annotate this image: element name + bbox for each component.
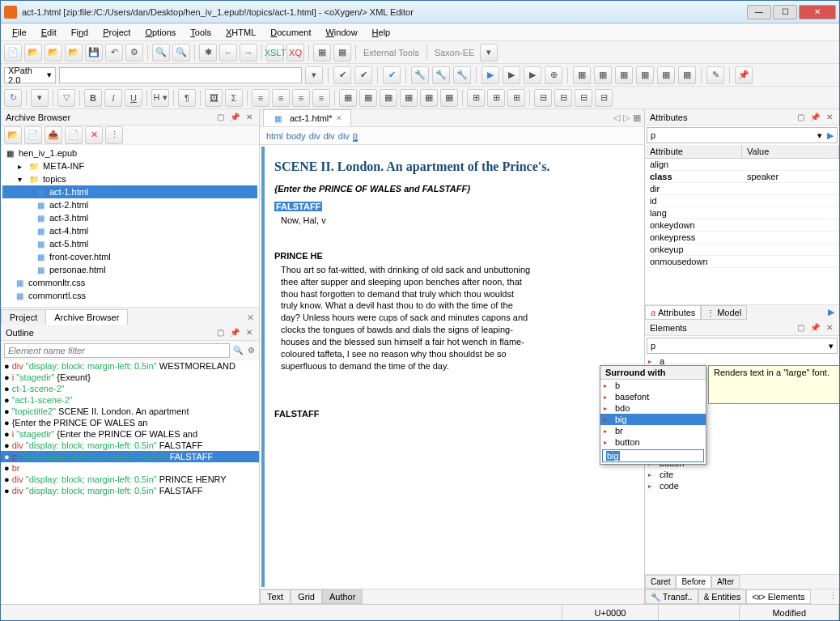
grid6-button[interactable]: ▦ xyxy=(678,66,696,84)
menu-tools[interactable]: Tools xyxy=(184,26,218,39)
crumb-body[interactable]: body xyxy=(286,131,306,141)
pin-button[interactable]: 📌 xyxy=(735,66,753,84)
elements-combo[interactable]: p▾ xyxy=(647,338,838,354)
outline-row[interactable]: ● div "display: block; margin-left: 0.5i… xyxy=(1,485,259,496)
outline-row[interactable]: ● i "stagedir" {Exeunt} xyxy=(1,372,259,383)
archive-browser-tab[interactable]: Archive Browser xyxy=(45,309,128,325)
row-button[interactable]: ▦ xyxy=(359,89,377,107)
tree-file[interactable]: ▦act-5.html xyxy=(2,237,257,250)
crumb-div2[interactable]: div xyxy=(324,131,335,141)
mark-button[interactable]: ✱ xyxy=(199,44,217,62)
doccheck-button[interactable]: ✔ xyxy=(354,66,372,84)
popup-item-button[interactable]: button xyxy=(600,436,706,448)
ul-button[interactable]: ≡ xyxy=(272,89,290,107)
tree-metainf[interactable]: ▸📁META-INF xyxy=(2,160,257,172)
popup-item-basefont[interactable]: basefont xyxy=(600,391,706,402)
element-item[interactable]: cite xyxy=(645,469,839,480)
entities-tab[interactable]: & Entities xyxy=(698,589,747,604)
archive-open-button[interactable]: 📂 xyxy=(4,126,22,144)
tree-file[interactable]: ▦act-1.html xyxy=(2,185,257,198)
tree-file[interactable]: ▦front-cover.html xyxy=(2,250,257,263)
li-button[interactable]: ≡ xyxy=(292,89,310,107)
editor-tab-close-icon[interactable]: ✕ xyxy=(336,114,342,122)
close-button[interactable]: ✕ xyxy=(799,5,836,19)
popup-item-b[interactable]: b xyxy=(600,380,706,391)
equation-button[interactable]: Σ xyxy=(225,89,243,107)
outline-row[interactable]: ● div "display: block; margin-left: 0.5i… xyxy=(1,360,259,372)
xpath-run-button[interactable]: ▾ xyxy=(305,66,323,84)
tab-menu-icon[interactable]: ▦ xyxy=(633,113,641,123)
speaker-falstaff[interactable]: FALSTAFF xyxy=(274,202,322,211)
doc-button[interactable]: ▦ xyxy=(313,44,331,62)
outline-pin-icon[interactable]: 📌 xyxy=(230,328,240,338)
attr-row[interactable]: id xyxy=(645,195,839,207)
attr-row[interactable]: onkeypress xyxy=(645,232,839,244)
split4-button[interactable]: ⊟ xyxy=(595,89,613,107)
after-tab[interactable]: After xyxy=(711,575,740,589)
popup-item-bdo[interactable]: bdo xyxy=(600,402,706,414)
prev-button[interactable]: ← xyxy=(219,44,237,62)
xslt-button[interactable]: XSLT xyxy=(266,44,284,62)
split2-button[interactable]: ⊟ xyxy=(554,89,572,107)
split3-button[interactable]: ⊟ xyxy=(575,89,592,107)
col-button[interactable]: ▦ xyxy=(380,89,397,107)
menu-options[interactable]: Options xyxy=(138,26,182,39)
split-button[interactable]: ⊟ xyxy=(534,89,552,107)
tags-button[interactable]: ▾ xyxy=(31,89,49,107)
element-item[interactable]: code xyxy=(645,480,839,491)
find-replace-button[interactable]: 🔍 xyxy=(172,44,190,62)
bold-button[interactable]: B xyxy=(84,89,102,107)
tree-file[interactable]: ▦act-3.html xyxy=(2,211,257,224)
saxon-dropdown[interactable]: ▾ xyxy=(480,44,498,62)
heading-button[interactable]: H ▾ xyxy=(151,89,169,107)
archive-extract-button[interactable]: 📤 xyxy=(45,126,62,144)
caret-tab[interactable]: Caret xyxy=(645,575,676,589)
grid2-button[interactable]: ▦ xyxy=(594,66,612,84)
tree-topics[interactable]: ▾📁topics xyxy=(2,172,257,185)
xpath-version-combo[interactable]: XPath 2.0 ▾ xyxy=(4,67,56,83)
crumb-div3[interactable]: div xyxy=(338,131,350,141)
attr-row[interactable]: onkeydown xyxy=(645,219,839,232)
outline-row[interactable]: ● {Enter the PRINCE OF WALES an xyxy=(1,417,259,428)
xq-button[interactable]: XQ xyxy=(286,44,304,62)
wrench-button[interactable]: 🔧 xyxy=(411,66,429,84)
edit-button[interactable]: ✎ xyxy=(706,66,724,84)
attr-row[interactable]: align xyxy=(645,159,839,171)
gear-icon[interactable]: ⚙ xyxy=(246,346,256,355)
model-tab[interactable]: ⋮ Model xyxy=(701,305,747,320)
attrs-pin-icon[interactable]: 📌 xyxy=(810,113,820,122)
new-button[interactable]: 📄 xyxy=(4,44,22,62)
project-tab[interactable]: Project xyxy=(1,309,46,325)
save-button[interactable]: 💾 xyxy=(85,44,103,62)
archive-tree[interactable]: ▦hen_iv_1.epub ▸📁META-INF ▾📁topics ▦act-… xyxy=(1,145,259,307)
cell-button[interactable]: ▦ xyxy=(400,89,418,107)
open-button[interactable]: 📂 xyxy=(24,44,42,62)
attr-row[interactable]: dir xyxy=(645,183,839,195)
outline-filter-input[interactable] xyxy=(4,343,230,358)
menu-xhtml[interactable]: XHTML xyxy=(219,26,262,39)
transf-tab[interactable]: 🔧 Transf.. xyxy=(645,589,698,604)
crumb-p[interactable]: p xyxy=(353,130,358,142)
archive-add-button[interactable]: 📄 xyxy=(24,126,42,144)
outline-row[interactable]: ● br xyxy=(1,462,259,474)
attr-row[interactable]: onkeyup xyxy=(645,244,839,256)
grid5-button[interactable]: ▦ xyxy=(657,66,675,84)
tree-file[interactable]: ▦act-2.html xyxy=(2,198,257,211)
tab-next-icon[interactable]: ▷ xyxy=(623,113,630,123)
view-author-tab[interactable]: Author xyxy=(322,589,363,604)
attr-row[interactable]: onmousedown xyxy=(645,256,839,268)
minimize-button[interactable]: — xyxy=(747,5,771,19)
grid4-button[interactable]: ▦ xyxy=(636,66,654,84)
menu-window[interactable]: Window xyxy=(319,26,363,39)
popup-item-big[interactable]: big xyxy=(600,414,706,425)
tree-file[interactable]: ▦personae.html xyxy=(2,263,257,276)
outline-row[interactable]: ● p "font-weight: bold; text-indent: -0.… xyxy=(1,451,259,462)
archive-props-button[interactable]: ⋮ xyxy=(105,126,123,144)
dl-button[interactable]: ≡ xyxy=(312,89,330,107)
delrow-button[interactable]: ▦ xyxy=(420,89,438,107)
attrs-expand-icon[interactable]: ▶ xyxy=(823,305,839,320)
run-button[interactable]: ▶ xyxy=(482,66,499,84)
tree-file[interactable]: ▦act-4.html xyxy=(2,224,257,237)
left-tabs-close-icon[interactable]: ✕ xyxy=(242,311,259,325)
attrs-element-combo[interactable]: p▾▶ xyxy=(647,127,838,143)
